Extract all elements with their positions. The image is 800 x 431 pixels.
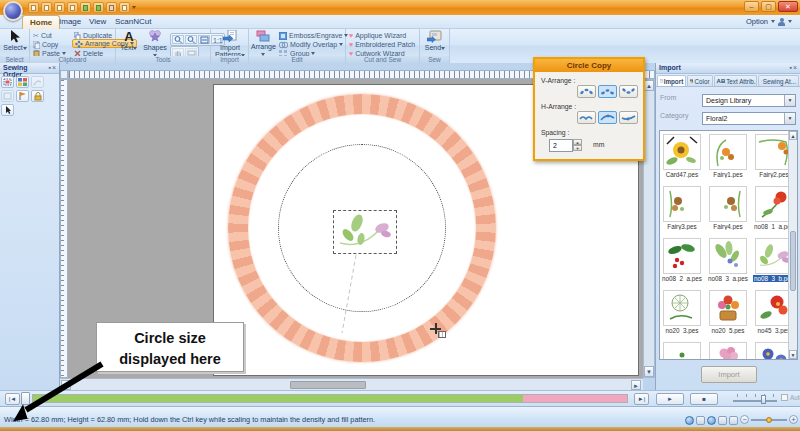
text-tool-button[interactable]: A Text bbox=[118, 30, 140, 51]
thumbnail-no08-3-a[interactable]: no08_3_a.pes bbox=[707, 238, 749, 282]
v-arrange-option-3[interactable] bbox=[619, 85, 638, 98]
qat-customize-caret-icon[interactable] bbox=[132, 6, 136, 9]
scroll-down-icon[interactable]: ▼ bbox=[644, 366, 654, 377]
design-property-icon[interactable] bbox=[718, 416, 727, 425]
h-arrange-option-3[interactable] bbox=[619, 111, 638, 124]
speed-slider[interactable] bbox=[733, 393, 777, 405]
thumbnail-partial[interactable] bbox=[707, 342, 749, 360]
floral-pattern[interactable] bbox=[336, 213, 394, 251]
redo-icon[interactable] bbox=[93, 2, 104, 13]
emboss-engrave-button[interactable]: Emboss/Engrave bbox=[279, 31, 348, 40]
grid-scrollbar[interactable]: ▲ ▼ bbox=[788, 131, 797, 359]
scroll-up-icon[interactable]: ▲ bbox=[644, 80, 654, 91]
close-button[interactable]: ✕ bbox=[778, 1, 798, 12]
modify-overlap-button[interactable]: Modify Overlap bbox=[279, 40, 343, 49]
stop-button[interactable]: ■ bbox=[690, 393, 718, 405]
v-arrange-option-2-selected[interactable] bbox=[598, 85, 617, 98]
application-menu-button[interactable] bbox=[3, 1, 23, 21]
ribbon: Select Select ✂Cut Copy Paste Duplicate … bbox=[0, 29, 800, 63]
hoop-icon[interactable] bbox=[119, 2, 130, 13]
solid-view-icon[interactable] bbox=[685, 416, 694, 425]
design-settings-icon[interactable] bbox=[106, 2, 117, 13]
spacing-input[interactable]: 2 bbox=[549, 139, 573, 152]
send-button[interactable]: Send bbox=[422, 30, 448, 51]
select-cursor-small-icon[interactable] bbox=[1, 104, 14, 116]
minimize-button[interactable]: – bbox=[744, 1, 759, 12]
spin-down-icon[interactable]: ▼ bbox=[573, 145, 582, 151]
reference-window-icon[interactable] bbox=[729, 416, 738, 425]
hide-region-icon[interactable] bbox=[1, 90, 14, 102]
tab-sewing-attributes[interactable]: Sewing At... bbox=[758, 75, 799, 86]
select-tool-button[interactable]: Select bbox=[2, 30, 28, 51]
zoom-in-icon[interactable]: + bbox=[789, 415, 798, 424]
horizontal-scrollbar[interactable]: ◄ ► bbox=[60, 378, 643, 390]
horizontal-scroll-thumb[interactable] bbox=[290, 381, 366, 389]
v-arrange-options bbox=[577, 85, 638, 98]
thumbnail-fairy1[interactable]: Fairy1.pes bbox=[707, 134, 749, 178]
close-panel-icon[interactable]: × bbox=[793, 64, 798, 71]
thumbnail-fairy4[interactable]: Fairy4.pes bbox=[707, 186, 749, 230]
import-pattern-button[interactable]: Import bbox=[701, 366, 757, 383]
print-icon[interactable] bbox=[67, 2, 78, 13]
option-menu[interactable]: Option bbox=[746, 17, 792, 26]
play-button[interactable]: ► bbox=[656, 393, 684, 405]
from-dropdown[interactable]: Design Library▼ bbox=[702, 94, 796, 107]
speed-slider-handle[interactable] bbox=[761, 395, 766, 404]
ribbon-group-clipboard: ✂Cut Copy Paste Duplicate Arrange Copy D… bbox=[30, 29, 116, 63]
applique-wizard-button[interactable]: ♥Applique Wizard bbox=[349, 31, 406, 40]
lock-icon[interactable] bbox=[31, 90, 44, 102]
shapes-tool-button[interactable]: Shapes bbox=[142, 30, 168, 58]
tab-text-attributes[interactable]: ABText Attrib... bbox=[714, 75, 757, 86]
import-patterns-button[interactable]: Import Patterns bbox=[213, 30, 247, 58]
thread-icon[interactable] bbox=[31, 76, 44, 88]
dropdown-arrow-icon[interactable]: ▼ bbox=[784, 95, 795, 106]
go-to-end-button[interactable]: ►| bbox=[634, 393, 649, 405]
scroll-right-icon[interactable]: ► bbox=[631, 380, 641, 390]
user-account-icon[interactable] bbox=[778, 18, 785, 26]
flag-icon[interactable] bbox=[16, 90, 29, 102]
h-arrange-option-2-selected[interactable] bbox=[598, 111, 617, 124]
v-arrange-option-1[interactable] bbox=[577, 85, 596, 98]
stitch-view-icon[interactable] bbox=[696, 416, 705, 425]
category-dropdown[interactable]: Floral2▼ bbox=[702, 112, 796, 125]
grid-scroll-up-icon[interactable]: ▲ bbox=[789, 131, 797, 140]
zoom-fit-tool-icon[interactable] bbox=[198, 35, 210, 44]
group-label-sew: Sew bbox=[420, 56, 449, 63]
frame-select-icon[interactable] bbox=[1, 76, 14, 88]
dropdown-arrow-icon[interactable]: ▼ bbox=[784, 113, 795, 124]
zoom-slider-handle[interactable] bbox=[766, 417, 772, 423]
import-panel-title: Import bbox=[659, 64, 681, 73]
zoom-in-tool-icon[interactable] bbox=[172, 35, 184, 44]
grid-scroll-down-icon[interactable]: ▼ bbox=[789, 350, 797, 359]
embroidered-patch-button[interactable]: ♥Embroidered Patch bbox=[349, 40, 415, 49]
thumbnail-no20-5[interactable]: no20_5.pes bbox=[707, 290, 749, 334]
copy-button[interactable]: Copy bbox=[33, 40, 58, 49]
color-palette-icon[interactable] bbox=[16, 76, 29, 88]
thumbnail-no08-2-a[interactable]: no08_2_a.pes bbox=[661, 238, 703, 282]
thumbnail-fairy3[interactable]: Fairy3.pes bbox=[661, 186, 703, 230]
open-file-icon[interactable] bbox=[41, 2, 52, 13]
thumbnail-partial[interactable] bbox=[661, 342, 703, 360]
close-panel-icon[interactable]: × bbox=[52, 64, 57, 71]
auto-scroll-checkbox[interactable]: Auto Scroll bbox=[781, 394, 800, 401]
tab-scanncut[interactable]: ScanNCut bbox=[108, 15, 158, 29]
modify-overlap-icon bbox=[279, 41, 288, 49]
zoom-out-tool-icon[interactable] bbox=[185, 35, 197, 44]
circle-copy-dialog[interactable]: Circle Copy V-Arrange : H-Arrange : Spac… bbox=[533, 57, 645, 161]
undo-icon[interactable] bbox=[80, 2, 91, 13]
ruler-corner bbox=[60, 70, 68, 79]
ribbon-group-edit: Arrange Emboss/Engrave Modify Overlap Gr… bbox=[249, 29, 346, 63]
realistic-view-icon[interactable] bbox=[707, 416, 716, 425]
thumbnail-no20-3[interactable]: no20_3.pes bbox=[661, 290, 703, 334]
new-file-icon[interactable] bbox=[28, 2, 39, 13]
zoom-out-icon[interactable]: − bbox=[740, 415, 749, 424]
save-icon[interactable] bbox=[54, 2, 65, 13]
tab-color[interactable]: Color bbox=[687, 75, 712, 86]
maximize-button[interactable]: ▢ bbox=[761, 1, 776, 12]
tab-import[interactable]: Import bbox=[657, 75, 686, 86]
h-arrange-option-1[interactable] bbox=[577, 111, 596, 124]
cut-button[interactable]: ✂Cut bbox=[33, 31, 52, 40]
arrange-button[interactable]: Arrange bbox=[251, 30, 275, 57]
thumbnail-card47[interactable]: Card47.pes bbox=[661, 134, 703, 178]
grid-scroll-thumb[interactable] bbox=[790, 231, 796, 291]
